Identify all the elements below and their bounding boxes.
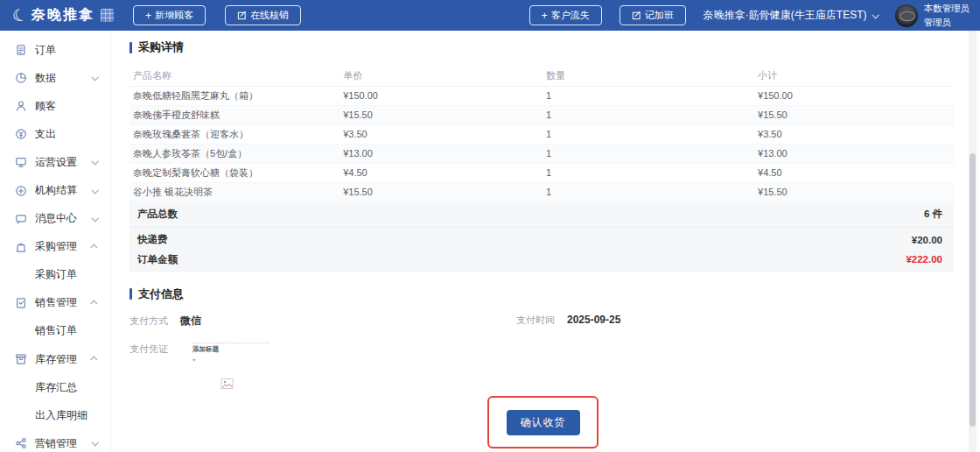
- sidebar-item-label: 订单: [35, 43, 56, 58]
- order-amount-value: ¥222.00: [906, 254, 942, 265]
- share-icon: [15, 437, 27, 449]
- sidebar-item-label: 库存汇总: [35, 380, 77, 395]
- column-header-unit-price: 单价: [340, 67, 542, 86]
- sales-doc-icon: [15, 297, 27, 309]
- table-row: 奈晚玫瑰桑葚茶（迎客水） ¥3.50 1 ¥3.50: [130, 124, 954, 144]
- shopping-bag-icon: [15, 241, 27, 253]
- pie-chart-icon: [15, 72, 27, 84]
- monitor-icon: [15, 156, 27, 168]
- table-row: 奈晚佛手橙皮舒味糕 ¥15.50 1 ¥15.50: [130, 105, 954, 124]
- sidebar-item-label: 销售订单: [35, 323, 77, 338]
- payment-voucher-label: 支付凭证: [130, 343, 168, 399]
- cell-subtotal: ¥15.50: [754, 105, 954, 124]
- user-name: 本数管理员: [924, 3, 970, 13]
- sidebar-item-inventory-summary[interactable]: 库存汇总: [0, 373, 110, 401]
- sidebar-item-sales-orders[interactable]: 销售订单: [0, 317, 110, 345]
- chat-bubble-icon: [15, 213, 27, 225]
- sidebar-item-label: 销售管理: [35, 295, 77, 310]
- cell-quantity: 1: [542, 86, 754, 105]
- online-verify-button[interactable]: 在线核销: [225, 5, 301, 25]
- sidebar-item-customers[interactable]: 顾客: [0, 92, 110, 120]
- sidebar-item-purchase-management[interactable]: 采购管理: [0, 233, 110, 261]
- user-info: 本数管理员 管理员: [924, 2, 970, 28]
- chevron-down-icon: [91, 187, 98, 194]
- purchase-detail-title: 采购详情: [130, 39, 954, 55]
- order-summary: 产品总数 6 件 快递费 ¥20.00 订单金额 ¥222.00: [130, 202, 954, 272]
- table-header-row: 产品名称 单价 数量 小计: [130, 67, 954, 86]
- total-count-label: 产品总数: [137, 208, 178, 221]
- cell-subtotal: ¥15.50: [754, 182, 954, 201]
- store-switcher[interactable]: 奈晚推拿·筋骨健康(牛王庙店TEST): [704, 8, 878, 23]
- scrollbar-track[interactable]: [969, 31, 976, 452]
- sidebar-item-sales-management[interactable]: 销售管理: [0, 289, 110, 317]
- voucher-image[interactable]: 添加标题: [192, 343, 273, 399]
- cell-quantity: 1: [542, 182, 754, 201]
- sidebar-item-label: 出入库明细: [35, 408, 88, 423]
- edit-square-icon: [237, 11, 247, 20]
- cell-subtotal: ¥13.00: [754, 144, 954, 163]
- cell-product-name: 奈晚佛手橙皮舒味糕: [130, 105, 340, 124]
- confirm-receipt-button[interactable]: 确认收货: [507, 410, 580, 435]
- sidebar-item-inventory-management[interactable]: 库存管理: [0, 345, 110, 373]
- user-menu[interactable]: 本数管理员 管理员: [895, 2, 970, 28]
- cell-quantity: 1: [542, 163, 754, 182]
- column-header-subtotal: 小计: [754, 67, 954, 86]
- total-count-value: 6 件: [924, 208, 942, 221]
- scrollbar-thumb[interactable]: [970, 153, 976, 427]
- cell-quantity: 1: [542, 124, 754, 144]
- store-name: 奈晚推拿·筋骨健康(牛王庙店TEST): [704, 8, 867, 23]
- sidebar-item-label: 采购订单: [35, 267, 77, 282]
- sidebar-item-operations-settings[interactable]: 运营设置: [0, 148, 110, 176]
- cell-unit-price: ¥3.50: [340, 124, 542, 144]
- sidebar-item-label: 营销管理: [35, 436, 77, 451]
- sidebar-item-expenses[interactable]: 支出: [0, 120, 110, 148]
- sidebar-item-stock-in-out-detail[interactable]: 出入库明细: [0, 401, 110, 429]
- table-row: 谷小推 银花决明茶 ¥15.50 1 ¥15.50: [130, 182, 954, 201]
- payment-time-label: 支付时间: [516, 314, 555, 327]
- cell-subtotal: ¥4.50: [754, 163, 954, 182]
- customer-loss-label: 客户流失: [551, 9, 590, 22]
- order-amount-label: 订单金额: [137, 253, 178, 266]
- coin-icon: [15, 128, 27, 140]
- sidebar-item-label: 顾客: [35, 99, 56, 114]
- edit-square-icon: [632, 11, 641, 20]
- add-customer-button[interactable]: + 新增顾客: [133, 5, 206, 25]
- online-verify-label: 在线核销: [250, 9, 289, 22]
- chevron-down-icon: [91, 158, 98, 165]
- product-table: 产品名称 单价 数量 小计 奈晚低糖轻脂黑芝麻丸（箱） ¥150.00 1 ¥1…: [130, 67, 954, 202]
- crescent-moon-icon: ☾: [10, 5, 29, 25]
- summary-total-count-row: 产品总数 6 件: [130, 202, 954, 228]
- section-bar: [130, 288, 132, 300]
- sidebar-item-orders[interactable]: 订单: [0, 36, 110, 64]
- summary-shipping-row: 快递费 ¥20.00: [130, 228, 954, 250]
- chevron-up-icon: [90, 300, 97, 307]
- payment-method-value: 微信: [180, 314, 201, 328]
- sidebar-item-label: 数据: [35, 71, 56, 86]
- cell-unit-price: ¥150.00: [340, 86, 542, 105]
- cell-unit-price: ¥4.50: [340, 163, 542, 182]
- table-row: 奈晚人参玫苓茶（5包/盒） ¥13.00 1 ¥13.00: [130, 144, 954, 163]
- sidebar-item-data[interactable]: 数据: [0, 64, 110, 92]
- customer-loss-button[interactable]: + 客户流失: [529, 5, 602, 25]
- sidebar-item-label: 消息中心: [35, 211, 77, 226]
- sidebar-item-institution-settlement[interactable]: 机构结算: [0, 176, 110, 204]
- chevron-down-icon: [872, 11, 878, 18]
- cell-product-name: 谷小推 银花决明茶: [130, 182, 340, 201]
- record-overtime-button[interactable]: 记加班: [620, 5, 686, 25]
- annotation-rect: 确认收货: [487, 396, 598, 448]
- chevron-up-icon: [90, 244, 97, 251]
- broken-image-icon: [220, 378, 234, 392]
- brand-seal-icon: [101, 9, 114, 22]
- cell-unit-price: ¥13.00: [340, 144, 542, 163]
- sidebar-item-marketing-management[interactable]: 营销管理: [0, 429, 110, 452]
- sidebar-item-message-center[interactable]: 消息中心: [0, 205, 110, 233]
- cell-product-name: 奈晚定制梨膏软心糖（袋装）: [130, 163, 340, 182]
- chevron-down-icon: [91, 74, 98, 81]
- topbar: ☾ 奈晚推拿 + 新增顾客 在线核销 + 客户流失 记加班 奈晚推拿·筋骨健康(…: [0, 0, 980, 31]
- cell-subtotal: ¥150.00: [754, 86, 954, 105]
- sidebar-item-purchase-orders[interactable]: 采购订单: [0, 261, 110, 289]
- table-row: 奈晚定制梨膏软心糖（袋装） ¥4.50 1 ¥4.50: [130, 163, 954, 182]
- sidebar-item-label: 支出: [35, 127, 56, 142]
- cell-unit-price: ¥15.50: [340, 105, 542, 124]
- brand-logo[interactable]: ☾ 奈晚推拿: [12, 6, 114, 25]
